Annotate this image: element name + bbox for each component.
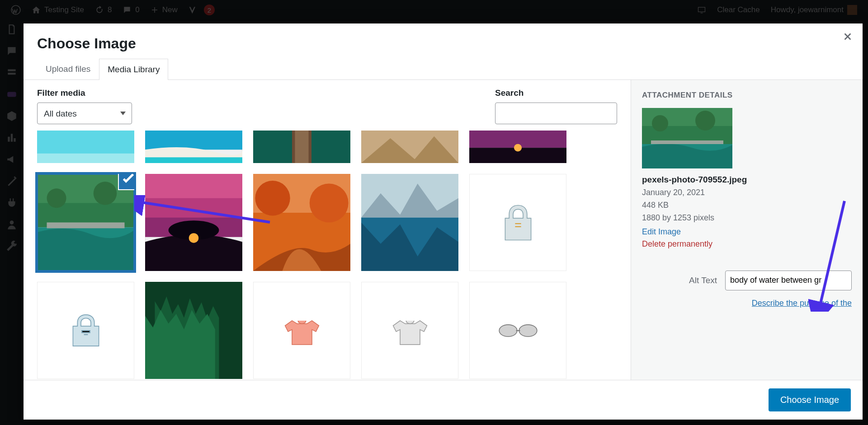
media-thumb[interactable] — [145, 174, 242, 271]
media-thumb-selected[interactable] — [37, 174, 134, 271]
svg-rect-40 — [651, 140, 723, 144]
describe-purpose-link[interactable]: Describe the purpose of the — [752, 299, 852, 308]
svg-point-34 — [519, 324, 537, 336]
media-search-input[interactable] — [495, 103, 617, 124]
svg-rect-7 — [37, 154, 134, 163]
choose-image-button[interactable]: Choose Image — [769, 388, 851, 411]
attachment-preview — [642, 108, 732, 168]
media-thumb[interactable] — [469, 174, 566, 271]
svg-point-20 — [47, 188, 66, 208]
attachment-filename: pexels-photo-709552.jpeg — [642, 175, 852, 185]
svg-point-21 — [94, 182, 117, 205]
media-thumb[interactable] — [361, 174, 458, 271]
close-icon — [843, 32, 853, 42]
media-grid — [37, 131, 617, 379]
media-main: Filter media All dates Search — [24, 80, 631, 380]
modal-footer: Choose Image — [24, 380, 863, 420]
media-thumb[interactable] — [253, 282, 350, 379]
filter-date-select[interactable]: All dates — [37, 103, 132, 124]
media-thumb[interactable] — [145, 282, 242, 379]
edit-image-link[interactable]: Edit Image — [642, 227, 852, 237]
svg-point-29 — [310, 184, 349, 223]
selected-check-badge — [119, 174, 134, 189]
alt-text-input[interactable] — [725, 271, 852, 290]
tab-media-library[interactable]: Media Library — [99, 59, 168, 80]
svg-point-25 — [189, 233, 199, 243]
media-thumb[interactable] — [145, 131, 242, 163]
modal-title: Choose Image — [24, 23, 863, 58]
check-icon — [119, 174, 134, 189]
media-thumb[interactable] — [361, 282, 458, 379]
attachment-date: January 20, 2021 — [642, 187, 852, 199]
svg-point-38 — [652, 115, 668, 131]
attachment-dimensions: 1880 by 1253 pixels — [642, 212, 852, 224]
media-thumb[interactable] — [253, 131, 350, 163]
svg-rect-8 — [145, 131, 242, 149]
svg-point-39 — [695, 111, 715, 131]
alt-text-label: Alt Text — [689, 276, 717, 285]
media-thumb[interactable] — [37, 282, 134, 379]
filter-media-label: Filter media — [37, 88, 132, 98]
media-thumb[interactable] — [469, 131, 566, 163]
svg-rect-9 — [145, 157, 242, 163]
media-modal: Choose Image Upload files Media Library … — [24, 23, 863, 420]
attachment-size: 448 KB — [642, 199, 852, 212]
media-tabs: Upload files Media Library — [24, 58, 863, 80]
svg-point-16 — [514, 144, 522, 152]
attachment-heading: ATTACHMENT DETAILS — [642, 91, 852, 100]
media-thumb[interactable] — [253, 174, 350, 271]
media-thumb[interactable] — [469, 282, 566, 379]
search-label: Search — [495, 88, 617, 98]
svg-point-33 — [499, 324, 517, 336]
attachment-details-panel: ATTACHMENT DETAILS pexels-photo-709552.j… — [631, 80, 863, 380]
svg-rect-22 — [47, 223, 125, 229]
media-thumb[interactable] — [37, 131, 134, 163]
modal-close-button[interactable] — [843, 32, 853, 43]
media-thumb[interactable] — [361, 131, 458, 163]
svg-rect-12 — [295, 131, 308, 163]
tab-upload-files[interactable]: Upload files — [37, 58, 99, 79]
svg-point-28 — [255, 181, 290, 215]
delete-permanently-link[interactable]: Delete permanently — [642, 239, 852, 249]
